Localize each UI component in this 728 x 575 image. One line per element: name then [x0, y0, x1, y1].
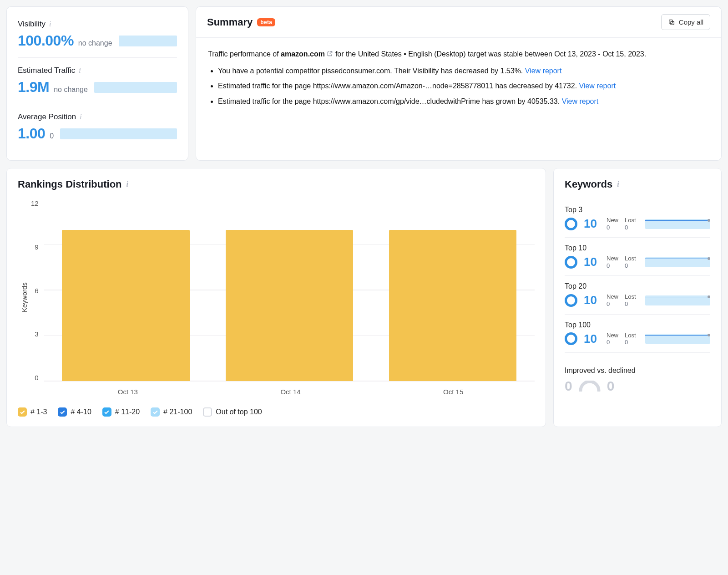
summary-card: Summary beta Copy all Traffic performanc… — [196, 6, 722, 161]
y-tick: 6 — [31, 287, 39, 295]
checkbox-icon — [58, 407, 67, 417]
bar-cell — [207, 199, 371, 381]
chart-plot-area — [44, 199, 535, 382]
summary-intro: Traffic performance of amazon.com for th… — [208, 48, 709, 60]
keyword-new: New0 — [607, 332, 618, 346]
metric-sparkbar — [119, 36, 177, 46]
legend-item-4-10[interactable]: # 4-10 — [58, 407, 91, 417]
keywords-card: Keywords i Top 310New0Lost0Top 1010New0L… — [553, 168, 722, 427]
y-tick: 3 — [31, 330, 39, 338]
rankings-distribution-card: Rankings Distribution i Keywords 129630 … — [6, 168, 546, 427]
view-report-link[interactable]: View report — [562, 97, 599, 105]
keyword-lost: Lost0 — [625, 217, 636, 231]
rankings-heading: Rankings Distribution — [18, 178, 122, 190]
keywords-heading: Keywords — [565, 178, 612, 190]
checkbox-icon — [18, 407, 27, 417]
y-axis-ticks: 129630 — [31, 199, 44, 382]
keyword-count: 10 — [584, 255, 600, 269]
legend-item-out-of-top-100[interactable]: Out of top 100 — [203, 407, 262, 417]
info-icon[interactable]: i — [49, 20, 51, 28]
bar-cell — [371, 199, 535, 381]
summary-domain: amazon.com — [281, 50, 325, 58]
summary-bullet-text: You have a potential competitor pissedco… — [218, 67, 525, 75]
bar[interactable] — [62, 230, 189, 382]
keyword-lost: Lost0 — [625, 332, 636, 346]
keyword-new: New0 — [607, 255, 618, 269]
keyword-group: Top 2010New0Lost0 — [565, 275, 710, 314]
metric-subtext: no change — [54, 86, 88, 94]
x-tick: Oct 13 — [46, 382, 209, 396]
legend-label: # 4-10 — [71, 408, 91, 416]
legend-label: Out of top 100 — [216, 408, 262, 416]
metric-value: 1.9M — [18, 79, 49, 96]
summary-title: Summary — [207, 16, 253, 28]
ring-icon — [565, 332, 577, 345]
keyword-count: 10 — [584, 217, 600, 231]
bar-cell — [44, 199, 207, 381]
improved-vs-declined: Improved vs. declined 0 0 — [565, 352, 710, 400]
keyword-new: New0 — [607, 217, 618, 231]
keyword-group: Top 10010New0Lost0 — [565, 314, 710, 352]
keyword-group-label: Top 10 — [565, 244, 710, 252]
arc-icon — [579, 381, 601, 392]
legend-label: # 11-20 — [115, 408, 140, 416]
rankings-chart: Keywords 129630 Oct 13Oct 14Oct 15 — [18, 199, 535, 396]
keyword-sparkline — [645, 334, 710, 344]
metric-subtext: no change — [78, 39, 112, 47]
keyword-new: New0 — [607, 293, 618, 307]
x-tick: Oct 14 — [209, 382, 372, 396]
legend-label: # 21-100 — [163, 408, 192, 416]
improved-declined-label: Improved vs. declined — [565, 366, 710, 375]
keyword-group-label: Top 100 — [565, 321, 710, 329]
keyword-sparkline — [645, 295, 710, 305]
y-tick: 9 — [31, 243, 39, 251]
legend-label: # 1-3 — [30, 408, 47, 416]
metric-average-position: Average Position i 1.00 0 — [18, 104, 177, 150]
metric-label: Visibility — [18, 20, 46, 29]
metric-estimated-traffic: Estimated Traffic i 1.9M no change — [18, 57, 177, 104]
keyword-sparkline — [645, 257, 710, 267]
summary-intro-pre: Traffic performance of — [208, 50, 281, 58]
view-report-link[interactable]: View report — [525, 67, 562, 75]
y-tick: 0 — [31, 374, 39, 382]
keyword-group-label: Top 20 — [565, 282, 710, 290]
metric-value: 1.00 — [18, 125, 45, 142]
checkbox-icon — [102, 407, 111, 417]
metric-label: Estimated Traffic — [18, 66, 75, 75]
bar[interactable] — [389, 230, 516, 382]
legend-item-21-100[interactable]: # 21-100 — [151, 407, 192, 417]
metric-visibility: Visibility i 100.00% no change — [18, 17, 177, 57]
info-icon[interactable]: i — [80, 113, 81, 121]
metric-sparkbar — [60, 128, 177, 139]
metric-sparkbar — [94, 82, 177, 93]
keyword-count: 10 — [584, 293, 600, 307]
metrics-card: Visibility i 100.00% no change Estimated… — [6, 6, 188, 161]
summary-bullet-text: Estimated traffic for the page https://w… — [218, 82, 579, 90]
y-tick: 12 — [31, 199, 39, 207]
info-icon[interactable]: i — [126, 181, 128, 188]
ring-icon — [565, 218, 577, 230]
y-axis-label: Keywords — [18, 199, 31, 396]
bar[interactable] — [226, 230, 353, 382]
summary-list: You have a potential competitor pissedco… — [208, 65, 709, 107]
checkbox-icon — [151, 407, 160, 417]
x-tick: Oct 15 — [372, 382, 535, 396]
summary-intro-post: for the United States • English (Desktop… — [335, 50, 646, 58]
copy-icon — [668, 19, 675, 26]
legend-item-11-20[interactable]: # 11-20 — [102, 407, 140, 417]
keyword-count: 10 — [584, 332, 600, 346]
legend-item-1-3[interactable]: # 1-3 — [18, 407, 47, 417]
view-report-link[interactable]: View report — [579, 82, 616, 90]
summary-body[interactable]: Traffic performance of amazon.com for th… — [196, 38, 721, 160]
summary-bullet: You have a potential competitor pissedco… — [218, 65, 709, 77]
info-icon[interactable]: i — [79, 67, 81, 74]
keyword-group-label: Top 3 — [565, 206, 710, 214]
improved-count: 0 — [565, 378, 572, 394]
keyword-lost: Lost0 — [625, 255, 636, 269]
copy-all-button[interactable]: Copy all — [661, 14, 710, 30]
info-icon[interactable]: i — [617, 181, 619, 188]
copy-all-label: Copy all — [679, 18, 703, 26]
keyword-sparkline — [645, 219, 710, 229]
chart-legend: # 1-3 # 4-10 # 11-20 # 21-100 Out of top… — [18, 407, 535, 417]
external-link-icon[interactable] — [327, 51, 333, 57]
